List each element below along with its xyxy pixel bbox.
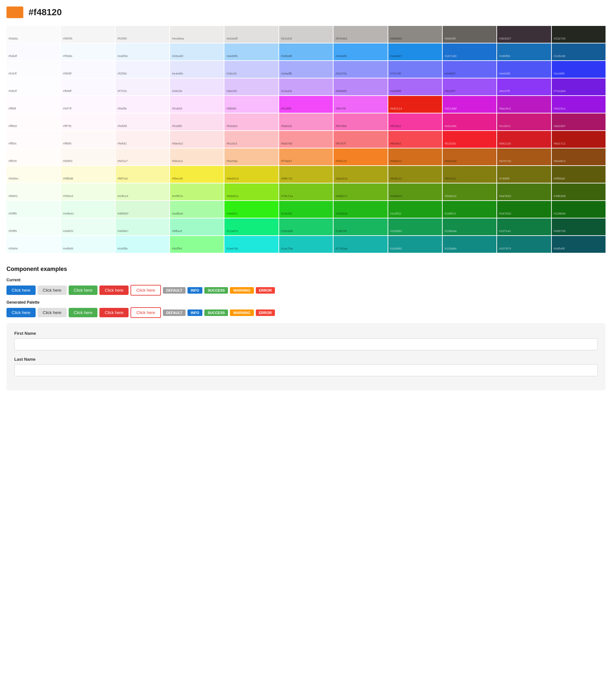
color-cell[interactable]: #f48123 (334, 148, 387, 165)
color-cell[interactable]: #c0f97a (170, 184, 224, 200)
color-cell[interactable]: #66635f (443, 26, 497, 43)
color-cell[interactable]: #fa92cb (279, 113, 333, 130)
current-green-button[interactable]: Click here (69, 285, 98, 295)
current-red-button[interactable]: Click here (99, 285, 128, 295)
color-cell[interactable]: #fff8f8 (61, 131, 115, 148)
color-cell[interactable]: #c9ccfc (224, 61, 278, 78)
color-cell[interactable]: #f6ec40 (170, 166, 224, 183)
color-cell[interactable]: #a6d5fb (224, 43, 278, 60)
color-cell[interactable]: #186fb5 (497, 43, 551, 60)
generated-default-button[interactable]: Click here (38, 308, 67, 317)
color-cell[interactable]: #a91667 (552, 113, 606, 130)
color-cell[interactable]: #cc1b7c (497, 113, 551, 130)
color-cell[interactable]: #2eef11 (224, 201, 278, 218)
color-cell[interactable]: #18b75f (334, 218, 387, 235)
color-cell[interactable]: #a8adfb (279, 61, 333, 78)
color-cell[interactable]: #8a4812 (552, 148, 606, 165)
color-cell[interactable]: #126b0e (552, 201, 606, 218)
color-cell[interactable]: #a75716 (497, 148, 551, 165)
current-outline-button[interactable]: Click here (130, 285, 161, 296)
color-cell[interactable]: #fde3ce (170, 148, 224, 165)
color-cell[interactable]: #fafaff (6, 43, 60, 60)
color-cell[interactable]: #fef8f3 (61, 148, 115, 165)
color-cell[interactable]: #bb88f9 (334, 78, 387, 95)
color-cell[interactable]: #9ffac8 (170, 218, 224, 235)
current-primary-button[interactable]: Click here (6, 285, 36, 295)
color-cell[interactable]: #11ed7c (224, 218, 278, 235)
color-cell[interactable]: #fef1e7 (115, 148, 169, 165)
color-cell[interactable]: #fcfcff (6, 61, 60, 78)
color-cell[interactable]: #e2e0df (224, 26, 278, 43)
color-cell[interactable]: #f2202b (443, 131, 497, 148)
color-cell[interactable]: #24cf1b (279, 201, 333, 218)
color-cell[interactable]: #6db217 (334, 184, 387, 200)
color-cell[interactable]: #138e4a (443, 218, 497, 235)
color-cell[interactable]: #c9a1fa (279, 78, 333, 95)
color-cell[interactable]: #f1f0f0 (115, 26, 169, 43)
color-cell[interactable]: #fffbfc (6, 131, 60, 148)
color-cell[interactable]: #1ee7dc (224, 236, 278, 253)
color-cell[interactable]: #f9f9ff (61, 61, 115, 78)
color-cell[interactable]: #f79e57 (279, 148, 333, 165)
color-cell[interactable]: #128a84 (443, 236, 497, 253)
color-cell[interactable]: #3b3037 (497, 26, 551, 43)
color-cell[interactable]: #f5fff9 (6, 218, 60, 235)
color-cell[interactable]: #fa979d (279, 131, 333, 148)
color-cell[interactable]: #fefdec (6, 166, 60, 183)
generated-outline-button[interactable]: Click here (130, 307, 161, 318)
color-cell[interactable]: #f870bb (334, 113, 387, 130)
color-cell[interactable]: #fafafa (6, 26, 60, 43)
color-cell[interactable]: #149992 (388, 236, 442, 253)
color-cell[interactable]: #5f5b0d (552, 166, 606, 183)
color-cell[interactable]: #b7b4b1 (334, 26, 387, 43)
color-cell[interactable]: #fcbde0 (224, 113, 278, 130)
color-cell[interactable]: #f7f1fe (115, 78, 169, 95)
color-cell[interactable]: #fffbff (6, 96, 60, 113)
color-cell[interactable]: #167910 (497, 201, 551, 218)
color-cell[interactable]: #f8bbfc (224, 96, 278, 113)
color-cell[interactable]: #e3fcc4 (115, 184, 169, 200)
color-cell[interactable]: #fde0e2 (170, 131, 224, 148)
color-cell[interactable]: #d9f9d7 (115, 201, 169, 218)
color-cell[interactable]: #fef0f8 (115, 113, 169, 130)
color-cell[interactable]: #5d9814 (388, 184, 442, 200)
color-cell[interactable]: #fff7fb (61, 113, 115, 130)
color-cell[interactable]: #ded41d (224, 166, 278, 183)
color-cell[interactable]: #ecebea (170, 26, 224, 43)
color-cell[interactable]: #d31ddd (443, 96, 497, 113)
color-cell[interactable]: #f0fff6 (6, 201, 60, 218)
color-cell[interactable]: #ba19c2 (497, 96, 551, 113)
color-cell[interactable]: #f8fef1 (6, 184, 60, 200)
color-cell[interactable]: #fbf7a0 (115, 166, 169, 183)
color-cell[interactable]: #b01711 (552, 131, 606, 148)
color-cell[interactable]: #d4fde7 (115, 218, 169, 235)
color-cell[interactable]: #1b71d0 (443, 43, 497, 60)
color-cell[interactable]: #fcddf0 (170, 113, 224, 130)
color-cell[interactable]: #232720 (552, 26, 606, 43)
color-cell[interactable]: #fac59a (224, 148, 278, 165)
color-cell[interactable]: #f2fee3 (61, 184, 115, 200)
color-cell[interactable]: #fbf8ff (61, 78, 115, 95)
color-cell[interactable]: #145c96 (552, 43, 606, 60)
color-cell[interactable]: #fcc0c3 (224, 131, 278, 148)
color-cell[interactable]: #fffbfd (6, 113, 60, 130)
color-cell[interactable]: #e61e8e (443, 113, 497, 130)
color-cell[interactable]: #2e38f5 (552, 61, 606, 78)
color-cell[interactable]: #efe2fe (170, 78, 224, 95)
color-cell[interactable]: #0d545f (552, 236, 606, 253)
color-cell[interactable]: #d3eafd (170, 43, 224, 60)
color-cell[interactable]: #a868f8 (388, 78, 442, 95)
generated-green-button[interactable]: Click here (69, 308, 98, 317)
current-default-button[interactable]: Click here (38, 285, 67, 295)
color-cell[interactable]: #6dbaf8 (279, 43, 333, 60)
color-cell[interactable]: #e4e6fe (170, 61, 224, 78)
color-cell[interactable]: #1ac7be (279, 236, 333, 253)
color-cell[interactable]: #fdfbd8 (61, 166, 115, 183)
last-name-input[interactable] (14, 364, 598, 376)
color-cell[interactable]: #198f13 (443, 201, 497, 218)
first-name-input[interactable] (14, 338, 598, 350)
color-cell[interactable]: #f148f9 (279, 96, 333, 113)
color-cell[interactable]: #fffcf9 (6, 148, 60, 165)
color-cell[interactable]: #548a12 (443, 184, 497, 200)
color-cell[interactable]: #d41c25 (497, 131, 551, 148)
